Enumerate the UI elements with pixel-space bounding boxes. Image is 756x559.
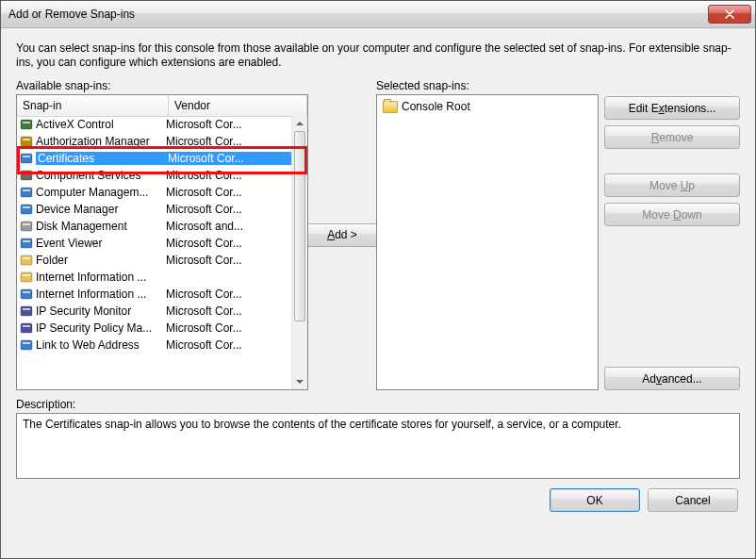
snapin-name: Internet Information ... [36,288,160,301]
add-button[interactable]: Add > [304,223,380,247]
svg-rect-22 [21,306,32,316]
snapin-vendor: Microsoft Cor... [160,237,292,250]
mgmt-icon [17,185,36,200]
svg-rect-20 [21,289,32,299]
edit-extensions-button[interactable]: Edit Extensions... [604,96,740,120]
available-snapins-list[interactable]: Snap-in Vendor ActiveX ControlMicrosoft … [16,94,308,390]
snapin-vendor: Microsoft Cor... [160,321,292,335]
snapin-row[interactable]: Disk ManagementMicrosoft and... [17,218,292,235]
snapin-name: Certificates [36,152,162,165]
chevron-up-icon [296,122,304,125]
snapin-vendor: Microsoft Cor... [160,288,292,301]
snapin-name: Folder [36,254,160,267]
svg-rect-27 [23,342,30,344]
snapin-row[interactable]: Internet Information ... [17,269,292,286]
svg-rect-14 [21,238,32,248]
snapin-vendor: Microsoft Cor... [160,118,292,131]
snapin-name: Device Manager [36,203,160,216]
svg-rect-5 [23,156,30,157]
comp-icon [17,168,36,183]
snapin-vendor: Microsoft Cor... [160,203,292,216]
ok-button[interactable]: OK [550,488,640,512]
snapin-row[interactable]: ActiveX ControlMicrosoft Cor... [17,116,292,133]
svg-rect-8 [21,188,32,197]
edit-extensions-label: Edit Extensions... [629,102,716,115]
snapin-name: ActiveX Control [36,118,160,131]
selected-label-text: Selected snap-ins: [376,79,469,92]
scrollbar[interactable] [291,116,307,389]
snapin-row[interactable]: Device ManagerMicrosoft Cor... [17,201,292,218]
snapin-name: Component Services [36,169,160,182]
scroll-up-button[interactable] [292,116,307,131]
svg-rect-9 [23,189,30,191]
scroll-down-button[interactable] [292,374,307,389]
advanced-button[interactable]: Advanced... [604,367,740,390]
move-up-button[interactable]: Move Up [604,173,740,197]
snapin-name: Internet Information ... [36,271,160,284]
svg-rect-23 [23,308,30,310]
svg-rect-1 [23,122,30,123]
snapin-row[interactable]: Link to Web AddressMicrosoft Cor... [17,337,292,353]
folder-icon [17,253,36,268]
snapin-name: IP Security Monitor [36,304,160,318]
svg-rect-3 [23,139,30,140]
move-down-label: Move Down [642,208,701,222]
list-body: ActiveX ControlMicrosoft Cor...Authoriza… [17,116,292,389]
selected-item-label: Console Root [402,100,470,113]
svg-rect-15 [23,240,30,242]
ipmon-icon [17,304,36,319]
snapin-vendor: Microsoft Cor... [160,186,292,199]
activex-icon [17,117,36,132]
move-down-button[interactable]: Move Down [604,203,740,226]
snapin-row[interactable]: FolderMicrosoft Cor... [17,252,292,269]
snapin-row[interactable]: IP Security Policy Ma...Microsoft Cor... [17,320,292,337]
close-button[interactable] [708,5,751,24]
svg-rect-17 [23,257,30,259]
selected-item[interactable]: Console Root [383,99,592,114]
authz-icon [17,134,36,149]
intro-text: You can select snap-ins for this console… [16,41,740,70]
snapin-row[interactable]: Internet Information ...Microsoft Cor... [17,286,292,303]
remove-label: Remove [651,131,694,144]
header-vendor[interactable]: Vendor [169,95,307,116]
advanced-label: Advanced... [642,372,701,386]
selected-snapins-list[interactable]: Console Root [376,94,599,390]
selected-list-body: Console Root [377,95,598,118]
scroll-thumb[interactable] [294,131,305,321]
ippol-icon [17,321,36,336]
remove-button[interactable]: Remove [604,125,740,149]
svg-rect-10 [21,205,32,214]
side-buttons: Edit Extensions... Remove Move Up Move D… [604,79,740,390]
snapin-row[interactable]: IP Security MonitorMicrosoft Cor... [17,303,292,320]
chevron-down-icon [296,380,304,384]
header-snapin[interactable]: Snap-in [17,95,169,116]
snapin-vendor: Microsoft Cor... [160,135,292,148]
window-title: Add or Remove Snap-ins [8,8,708,21]
snapin-row[interactable]: Event ViewerMicrosoft Cor... [17,235,292,252]
snapin-name: IP Security Policy Ma... [36,321,160,335]
iis-icon [17,287,36,302]
list-header: Snap-in Vendor [17,95,307,117]
selected-panel: Selected snap-ins: Console Root [376,79,599,390]
snapin-vendor: Microsoft Cor... [160,338,292,352]
svg-rect-24 [21,323,32,333]
move-up-label: Move Up [649,179,695,192]
close-icon [725,9,734,19]
scroll-track[interactable] [292,131,307,374]
snapin-name: Event Viewer [36,237,160,250]
snapin-row[interactable]: Component ServicesMicrosoft Cor... [17,167,292,184]
svg-rect-21 [23,291,30,293]
dialog-window: Add or Remove Snap-ins You can select sn… [0,0,756,559]
titlebar: Add or Remove Snap-ins [1,1,755,28]
cancel-button[interactable]: Cancel [648,488,738,512]
snapin-name: Authorization Manager [36,135,160,148]
snapin-row[interactable]: CertificatesMicrosoft Cor... [17,150,292,167]
snapin-name: Disk Management [36,220,160,233]
snapin-vendor: Microsoft Cor... [160,169,292,182]
svg-rect-25 [23,325,30,327]
snapin-row[interactable]: Computer Managem...Microsoft Cor... [17,184,292,201]
snapin-row[interactable]: Authorization ManagerMicrosoft Cor... [17,133,292,150]
cert-icon [17,151,36,166]
svg-rect-13 [23,223,30,225]
svg-rect-11 [23,206,30,208]
